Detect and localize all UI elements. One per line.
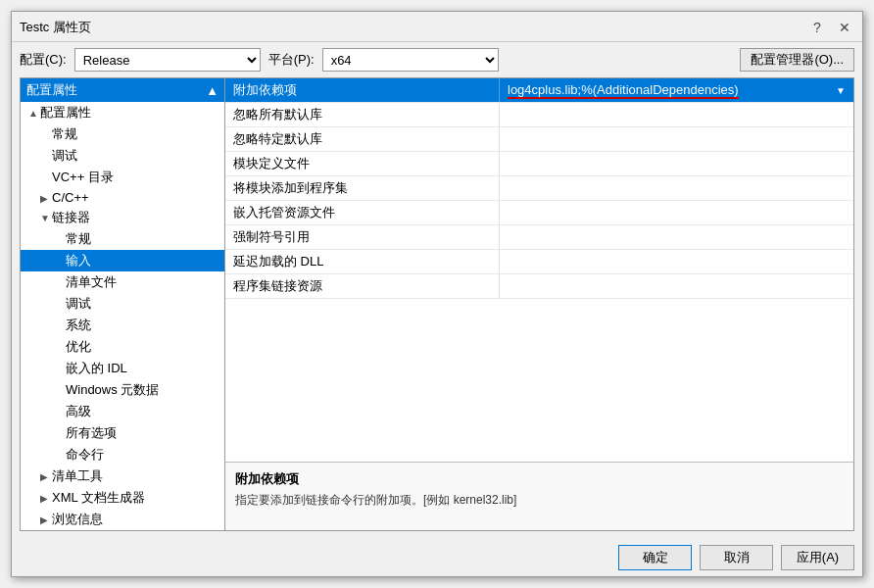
prop-value-cell-delay-dll[interactable] [500, 250, 853, 273]
prop-value-cell-ignore-specific[interactable] [500, 127, 853, 151]
tree-expand-cpp: ▶ [40, 193, 52, 204]
tree-label-linker-advanced: 高级 [66, 404, 91, 418]
prop-desc-title: 附加依赖项 [235, 470, 844, 488]
tree-expand-manifest-tool: ▶ [40, 471, 52, 482]
tree-item-debug[interactable]: 调试 [21, 145, 224, 167]
tree-label-linker-system: 系统 [66, 318, 91, 332]
tree-expand-browse-info: ▶ [40, 514, 52, 525]
tree-label-config-props: 配置属性 [40, 105, 91, 120]
cancel-button[interactable]: 取消 [700, 545, 773, 570]
tree-label-linker-opt: 优化 [66, 339, 91, 354]
config-label: 配置(C): [20, 51, 67, 69]
close-button[interactable]: ✕ [835, 18, 854, 37]
tree-label-xml-doc: XML 文档生成器 [52, 490, 145, 505]
properties-dialog: Testc 属性页 ? ✕ 配置(C): Release 平台(P): x64 … [11, 11, 863, 577]
left-panel: 配置属性 ▲ ▲ 配置属性常规调试VC++ 目录▶ C/C++▼ 链接器常规输入… [20, 77, 225, 531]
tree-label-linker-input: 输入 [66, 253, 91, 268]
prop-row-add-module[interactable]: 将模块添加到程序集 [225, 176, 853, 201]
tree-container: ▲ 配置属性常规调试VC++ 目录▶ C/C++▼ 链接器常规输入清单文件调试系… [21, 102, 224, 531]
prop-row-force-symbol[interactable]: 强制符号引用 [225, 225, 853, 250]
bottom-bar: 确定 取消 应用(A) [12, 539, 862, 576]
tree-label-linker: 链接器 [52, 210, 90, 224]
tree-item-general[interactable]: 常规 [21, 123, 224, 145]
prop-value-cell-add-module[interactable] [500, 176, 853, 200]
prop-name-add-module: 将模块添加到程序集 [225, 176, 500, 200]
tree-label-manifest-tool: 清单工具 [52, 468, 103, 483]
toolbar: 配置(C): Release 平台(P): x64 配置管理器(O)... [12, 42, 862, 77]
prop-value-cell-embed-managed[interactable] [500, 201, 853, 224]
title-bar-buttons: ? ✕ [807, 18, 854, 37]
dropdown-arrow-additional-deps[interactable]: ▼ [836, 85, 846, 96]
tree-item-linker[interactable]: ▼ 链接器 [21, 207, 224, 228]
tree-item-linker-all[interactable]: 所有选项 [21, 422, 224, 444]
tree-item-linker-win-meta[interactable]: Windows 元数据 [21, 379, 224, 401]
tree-item-linker-cmdline[interactable]: 命令行 [21, 444, 224, 466]
tree-item-manifest-tool[interactable]: ▶ 清单工具 [21, 466, 224, 487]
prop-value-additional-deps: log4cplus.lib;%(AdditionalDependencies) [508, 82, 739, 99]
apply-button[interactable]: 应用(A) [781, 545, 854, 570]
tree-header-label: 配置属性 [26, 81, 77, 99]
prop-name-force-symbol: 强制符号引用 [225, 225, 500, 249]
property-table: 附加依赖项 log4cplus.lib;%(AdditionalDependen… [225, 78, 853, 462]
ok-button[interactable]: 确定 [618, 545, 692, 570]
tree-label-cpp: C/C++ [52, 190, 89, 205]
property-rows: 附加依赖项 log4cplus.lib;%(AdditionalDependen… [225, 78, 853, 299]
tree-header-arrow: ▲ [206, 83, 218, 98]
tree-item-linker-opt[interactable]: 优化 [21, 336, 224, 358]
prop-name-additional-deps: 附加依赖项 [225, 78, 500, 102]
tree-item-linker-advanced[interactable]: 高级 [21, 401, 224, 422]
help-button[interactable]: ? [807, 18, 827, 37]
tree-item-linker-manifest[interactable]: 清单文件 [21, 271, 224, 293]
tree-label-linker-manifest: 清单文件 [66, 274, 117, 289]
prop-value-cell-force-symbol[interactable] [500, 225, 853, 249]
tree-expand-xml-doc: ▶ [40, 493, 52, 504]
tree-label-linker-debug: 调试 [66, 296, 91, 311]
tree-label-browse-info: 浏览信息 [52, 512, 103, 526]
prop-row-assembly-link[interactable]: 程序集链接资源 [225, 274, 853, 299]
prop-row-ignore-specific[interactable]: 忽略特定默认库 [225, 127, 853, 152]
tree-item-vc-dirs[interactable]: VC++ 目录 [21, 167, 224, 188]
tree-item-build-events[interactable]: ▶ 生成事件 [21, 530, 224, 531]
manage-config-button[interactable]: 配置管理器(O)... [740, 48, 854, 72]
tree-item-linker-idl[interactable]: 嵌入的 IDL [21, 358, 224, 379]
prop-value-cell-ignore-all-default[interactable] [500, 103, 853, 126]
tree-label-vc-dirs: VC++ 目录 [52, 170, 114, 184]
property-description: 附加依赖项 指定要添加到链接命令行的附加项。[例如 kernel32.lib] [225, 462, 853, 530]
tree-label-linker-general: 常规 [66, 231, 91, 246]
tree-label-linker-idl: 嵌入的 IDL [66, 361, 127, 375]
tree-expand-linker: ▼ [40, 213, 52, 223]
tree-item-linker-system[interactable]: 系统 [21, 315, 224, 336]
prop-row-embed-managed[interactable]: 嵌入托管资源文件 [225, 201, 853, 225]
prop-row-module-def[interactable]: 模块定义文件 [225, 152, 853, 176]
prop-name-delay-dll: 延迟加载的 DLL [225, 250, 500, 273]
prop-name-module-def: 模块定义文件 [225, 152, 500, 175]
prop-row-additional-deps[interactable]: 附加依赖项 log4cplus.lib;%(AdditionalDependen… [225, 78, 853, 103]
prop-row-ignore-all-default[interactable]: 忽略所有默认库 [225, 103, 853, 127]
tree-label-general: 常规 [52, 126, 77, 141]
tree-item-config-props[interactable]: ▲ 配置属性 [21, 102, 224, 123]
tree-expand-config-props: ▲ [28, 108, 40, 119]
platform-select[interactable]: x64 [322, 48, 499, 72]
prop-row-delay-dll[interactable]: 延迟加载的 DLL [225, 250, 853, 274]
tree-item-linker-input[interactable]: 输入 [21, 250, 224, 271]
tree-item-xml-doc[interactable]: ▶ XML 文档生成器 [21, 487, 224, 509]
tree-item-cpp[interactable]: ▶ C/C++ [21, 188, 224, 207]
tree-label-linker-win-meta: Windows 元数据 [66, 382, 159, 397]
right-panel: 附加依赖项 log4cplus.lib;%(AdditionalDependen… [225, 77, 854, 531]
prop-desc-text: 指定要添加到链接命令行的附加项。[例如 kernel32.lib] [235, 492, 844, 509]
config-select[interactable]: Release [74, 48, 261, 72]
tree-label-linker-cmdline: 命令行 [66, 447, 104, 462]
tree-item-browse-info[interactable]: ▶ 浏览信息 [21, 509, 224, 530]
prop-value-cell-additional-deps[interactable]: log4cplus.lib;%(AdditionalDependencies) … [500, 78, 853, 102]
prop-value-cell-assembly-link[interactable] [500, 274, 853, 298]
prop-name-ignore-specific: 忽略特定默认库 [225, 127, 500, 151]
main-content: 配置属性 ▲ ▲ 配置属性常规调试VC++ 目录▶ C/C++▼ 链接器常规输入… [12, 77, 862, 539]
tree-label-debug: 调试 [52, 148, 77, 163]
tree-header: 配置属性 ▲ [21, 78, 224, 102]
prop-name-assembly-link: 程序集链接资源 [225, 274, 500, 298]
tree-item-linker-general[interactable]: 常规 [21, 228, 224, 250]
dialog-title: Testc 属性页 [20, 19, 91, 36]
tree-item-linker-debug[interactable]: 调试 [21, 293, 224, 315]
prop-value-cell-module-def[interactable] [500, 152, 853, 175]
prop-name-embed-managed: 嵌入托管资源文件 [225, 201, 500, 224]
